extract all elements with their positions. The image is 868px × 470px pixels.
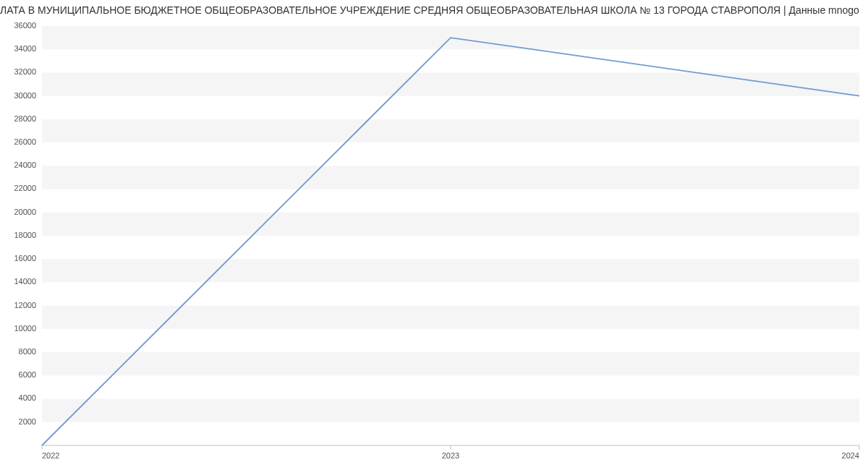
x-tick-label: 2024 bbox=[842, 451, 859, 460]
y-tick-label: 6000 bbox=[19, 370, 36, 379]
chart-title: ЛАТА В МУНИЦИПАЛЬНОЕ БЮДЖЕТНОЕ ОБЩЕОБРАЗ… bbox=[0, 0, 868, 19]
grid-band bbox=[42, 399, 859, 422]
grid-band bbox=[42, 306, 859, 329]
y-tick-label: 36000 bbox=[14, 21, 36, 30]
y-tick-label: 20000 bbox=[14, 208, 36, 216]
x-tick-label: 2022 bbox=[42, 451, 59, 460]
y-tick-label: 4000 bbox=[19, 393, 36, 402]
y-tick-label: 22000 bbox=[14, 184, 36, 192]
y-tick-label: 8000 bbox=[19, 347, 36, 356]
y-tick-label: 28000 bbox=[14, 114, 36, 123]
grid-band bbox=[42, 166, 859, 189]
y-tick-label: 14000 bbox=[14, 277, 36, 286]
grid-band bbox=[42, 259, 859, 282]
y-tick-label: 34000 bbox=[14, 44, 36, 53]
y-tick-label: 12000 bbox=[14, 301, 36, 309]
y-tick-label: 30000 bbox=[14, 91, 36, 100]
grid-band bbox=[42, 213, 859, 236]
series-line bbox=[42, 38, 859, 445]
y-tick-label: 18000 bbox=[14, 231, 36, 239]
grid-band bbox=[42, 352, 859, 375]
y-tick-label: 24000 bbox=[14, 161, 36, 169]
grid-band bbox=[42, 119, 859, 142]
x-tick-label: 2023 bbox=[442, 451, 459, 460]
y-tick-label: 2000 bbox=[19, 417, 36, 426]
y-tick-label: 32000 bbox=[14, 67, 36, 76]
chart-area: 2000400060008000100001200014000160001800… bbox=[0, 19, 868, 467]
line-chart: 2000400060008000100001200014000160001800… bbox=[0, 19, 868, 467]
y-tick-label: 26000 bbox=[14, 137, 36, 146]
y-tick-label: 16000 bbox=[14, 254, 36, 262]
y-tick-label: 10000 bbox=[14, 324, 36, 333]
grid-band bbox=[42, 72, 859, 95]
